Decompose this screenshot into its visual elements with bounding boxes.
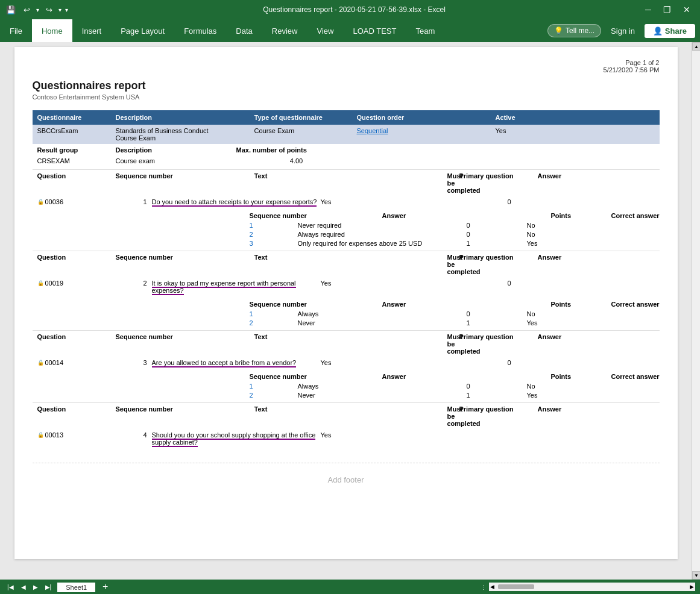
h-scroll-thumb[interactable] xyxy=(498,584,534,589)
q3-h-answer: Answer xyxy=(538,333,598,355)
q2-h-mustbe: Must be completed xyxy=(447,254,459,275)
undo-icon[interactable]: ↩ xyxy=(20,4,33,16)
q2-id-cell: 🔒 00019 xyxy=(37,280,116,287)
redo-icon[interactable]: ↪ xyxy=(43,4,55,16)
rg-value2: Course exam xyxy=(116,157,236,164)
q1-ans-h-correct: Correct answer xyxy=(611,212,684,219)
close-button[interactable]: ✕ xyxy=(678,2,695,17)
question-section-1: Question Sequence number Text Must be co… xyxy=(33,169,660,251)
tab-formulas[interactable]: Formulas xyxy=(174,19,226,42)
tab-insert[interactable]: Insert xyxy=(72,19,112,42)
q2-data-row: 🔒 00019 2 It is okay to pad my expense r… xyxy=(33,278,660,299)
rg-value3: 4.00 xyxy=(236,157,357,164)
q3-text-underlined: Are you allowed to accept a bribe from a… xyxy=(152,359,297,367)
q3-data-row: 🔒 00014 3 Are you allowed to accept a br… xyxy=(33,357,660,371)
q2-ans-h-ans: Answer xyxy=(382,301,551,308)
q3-h-seqnum: Sequence number xyxy=(116,333,254,355)
scroll-track[interactable] xyxy=(692,51,700,571)
q2-a1-text: Always xyxy=(298,310,467,317)
q4-h-seqnum: Sequence number xyxy=(116,405,254,427)
q1-h-question: Question xyxy=(37,172,116,194)
q3-a1-pts: 0 xyxy=(467,383,527,390)
share-button[interactable]: 👤 Share xyxy=(645,24,695,38)
minimize-button[interactable]: ─ xyxy=(640,2,656,17)
q4-h-answer: Answer xyxy=(538,405,598,427)
q4-header: Question Sequence number Text Must be co… xyxy=(33,402,660,430)
q2-h-primary: Primary question xyxy=(459,254,538,275)
q2-a1-correct: No xyxy=(527,310,599,317)
redo-arrow: ▾ xyxy=(58,7,61,13)
q2-h-seqnum: Sequence number xyxy=(116,254,254,275)
h-scroll-track[interactable] xyxy=(496,584,689,590)
h-scroll-right[interactable]: ▶ xyxy=(689,584,695,590)
sign-in-button[interactable]: Sign in xyxy=(604,27,642,36)
q1-id-cell: 🔒 00036 xyxy=(37,198,116,205)
q4-seqnum: 4 xyxy=(116,431,152,439)
bottom-left: |◀ ◀ ▶ ▶| Sheet1 + xyxy=(5,581,113,592)
h-scroll-container[interactable]: ◀ ▶ xyxy=(489,583,695,591)
tab-review[interactable]: Review xyxy=(262,19,307,42)
scroll-up-button[interactable]: ▲ xyxy=(692,42,700,51)
q1-a2-text: Always required xyxy=(298,231,467,238)
q4-h-mustbe: Must be completed xyxy=(447,405,459,427)
footer-area[interactable]: Add footer xyxy=(33,463,660,496)
main-order: Sequential xyxy=(357,127,496,142)
order-link[interactable]: Sequential xyxy=(357,127,388,134)
prev-sheet-button[interactable]: ◀ xyxy=(19,583,28,592)
q3-ans-h-correct: Correct answer xyxy=(611,373,684,380)
tab-page-layout[interactable]: Page Layout xyxy=(111,19,174,42)
tab-team[interactable]: Team xyxy=(406,19,444,42)
undo-arrow: ▾ xyxy=(36,7,39,13)
q3-id-cell: 🔒 00014 xyxy=(37,359,116,366)
add-sheet-button[interactable]: + xyxy=(98,581,113,592)
q2-header: Question Sequence number Text Must be co… xyxy=(33,251,660,278)
q4-id: 00013 xyxy=(45,431,64,439)
report-title: Questionnaires report xyxy=(33,80,660,92)
vertical-scrollbar[interactable]: ▲ ▼ xyxy=(692,42,700,580)
tell-me-input[interactable]: 💡 Tell me... xyxy=(547,24,601,37)
q3-a2-text: Never xyxy=(298,392,467,399)
question-section-4: Question Sequence number Text Must be co… xyxy=(33,402,660,451)
q2-a2-pts: 1 xyxy=(467,319,527,327)
q3-ans-row-1: 1 Always 0 No xyxy=(33,381,660,390)
add-footer-label[interactable]: Add footer xyxy=(328,475,364,484)
q2-text-underlined: It is okay to pad my expense report with… xyxy=(152,280,296,295)
q1-id: 00036 xyxy=(45,198,64,205)
ribbon-right: 💡 Tell me... Sign in 👤 Share xyxy=(547,19,700,42)
q3-h-text: Text xyxy=(254,333,351,355)
tab-data[interactable]: Data xyxy=(226,19,262,42)
q1-ans-row-1: 1 Never required 0 No xyxy=(33,220,660,230)
q1-a3-pts: 1 xyxy=(467,240,527,247)
report-date: 5/21/2020 7:56 PM xyxy=(33,66,660,73)
restore-button[interactable]: ❐ xyxy=(658,2,676,17)
rg-label2: Description xyxy=(116,146,236,154)
bottom-bar: |◀ ◀ ▶ ▶| Sheet1 + ⋮ ◀ ▶ xyxy=(0,580,700,594)
first-sheet-button[interactable]: |◀ xyxy=(5,583,16,592)
q1-a1-correct: No xyxy=(527,222,599,229)
q1-a1-pts: 0 xyxy=(467,222,527,229)
scroll-down-button[interactable]: ▼ xyxy=(692,571,700,580)
h-scroll-left[interactable]: ◀ xyxy=(489,584,496,590)
q3-h-question: Question xyxy=(37,333,116,355)
sheet-outer[interactable]: Page 1 of 2 5/21/2020 7:56 PM Questionna… xyxy=(0,42,692,580)
q1-ans-h-ans: Answer xyxy=(382,212,551,219)
q3-ans-h-seq: Sequence number xyxy=(250,373,382,380)
next-sheet-button[interactable]: ▶ xyxy=(31,583,40,592)
q1-a3-text: Only required for expenses above 25 USD xyxy=(298,240,467,247)
tab-home[interactable]: Home xyxy=(32,19,72,42)
col-type: Type of questionnaire xyxy=(254,114,357,121)
tab-file[interactable]: File xyxy=(0,19,32,42)
q2-ans-row-2: 2 Never 1 Yes xyxy=(33,318,660,330)
sheet-tab[interactable]: Sheet1 xyxy=(57,581,95,592)
tab-view[interactable]: View xyxy=(307,19,343,42)
question-section-3: Question Sequence number Text Must be co… xyxy=(33,330,660,402)
col-active: Active xyxy=(496,114,568,121)
main-type: Course Exam xyxy=(254,127,357,142)
save-icon[interactable]: 💾 xyxy=(5,4,17,16)
last-sheet-button[interactable]: ▶| xyxy=(43,583,54,592)
q1-seqnum: 1 xyxy=(116,198,152,205)
q3-answer: 0 xyxy=(508,359,556,366)
rg-value1: CRSEXAM xyxy=(37,157,116,164)
title-bar-left: 💾 ↩ ▾ ↪ ▾ ▾ xyxy=(5,4,68,16)
tab-load-test[interactable]: LOAD TEST xyxy=(343,19,406,42)
